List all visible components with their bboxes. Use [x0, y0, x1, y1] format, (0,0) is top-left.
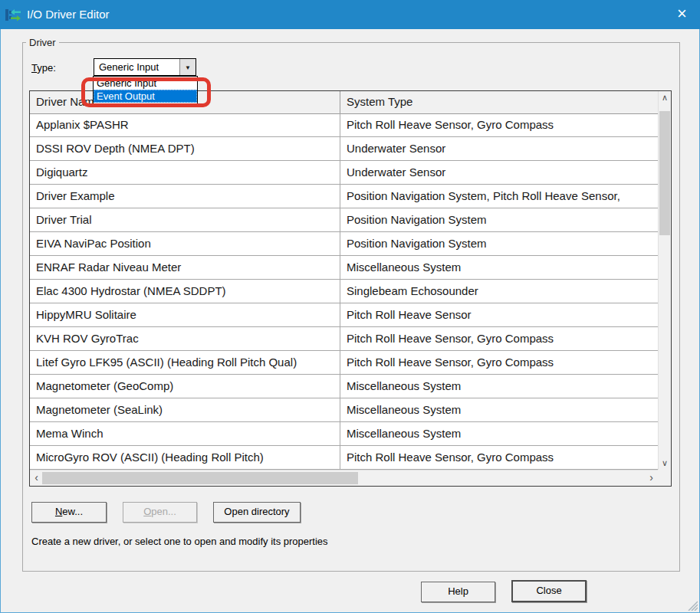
helper-text: Create a new driver, or select one to op…	[31, 536, 328, 547]
driver-name-cell[interactable]: Magnetometer (GeoComp)	[30, 375, 340, 398]
app-io-arrows-icon	[5, 7, 21, 23]
system-type-cell[interactable]: Underwater Sensor	[340, 137, 658, 160]
table-row[interactable]: KVH ROV GyroTrac Pitch Roll Heave Sensor…	[30, 327, 658, 351]
table-row[interactable]: Litef Gyro LFK95 (ASCII) (Heading Roll P…	[30, 351, 658, 375]
table-row[interactable]: Elac 4300 Hydrostar (NMEA SDDPT) Singleb…	[30, 280, 658, 303]
table-row[interactable]: Driver Trial Position Navigation System	[30, 208, 658, 232]
vertical-scrollbar-thumb[interactable]	[659, 111, 670, 235]
driver-table: Driver Name System Type Applanix $PASHR …	[29, 90, 672, 487]
open-button[interactable]: Open...	[123, 502, 197, 523]
system-type-cell[interactable]: Position Navigation System, Pitch Roll H…	[340, 185, 658, 208]
table-row[interactable]: Magnetometer (SeaLink) Miscellaneous Sys…	[30, 398, 658, 422]
column-header-system-type[interactable]: System Type	[340, 91, 658, 113]
driver-name-cell[interactable]: KVH ROV GyroTrac	[30, 327, 340, 350]
system-type-cell[interactable]: Pitch Roll Heave Sensor, Gyro Compass	[340, 446, 658, 469]
driver-name-cell[interactable]: Applanix $PASHR	[30, 113, 340, 136]
system-type-cell[interactable]: Miscellaneous System	[340, 398, 658, 421]
system-type-cell[interactable]: Miscellaneous System	[340, 422, 658, 445]
driver-name-cell[interactable]: Driver Trial	[30, 208, 340, 231]
system-type-cell[interactable]: Pitch Roll Heave Sensor, Gyro Compass	[340, 351, 658, 374]
system-type-cell[interactable]: Pitch Roll Heave Sensor, Gyro Compass	[340, 113, 658, 136]
system-type-cell[interactable]: Miscellaneous System	[340, 256, 658, 279]
driver-name-cell[interactable]: Driver Example	[30, 185, 340, 208]
driver-name-cell[interactable]: EIVA NaviPac Position	[30, 232, 340, 255]
title-bar: I/O Driver Editor ×	[0, 0, 700, 29]
scroll-down-icon[interactable]: ∨	[659, 457, 671, 470]
system-type-cell[interactable]: Miscellaneous System	[340, 375, 658, 398]
open-button-mnemonic: O	[143, 506, 151, 517]
driver-name-cell[interactable]: Magnetometer (SeaLink)	[30, 398, 340, 421]
scroll-right-icon[interactable]: ›	[645, 470, 658, 486]
type-label: Type:	[31, 62, 56, 74]
open-directory-button[interactable]: Open directory	[213, 502, 301, 523]
table-row[interactable]: MicroGyro ROV (ASCII) (Heading Roll Pitc…	[30, 446, 658, 470]
table-body: Applanix $PASHR Pitch Roll Heave Sensor,…	[30, 113, 658, 470]
chevron-down-icon: ▼	[185, 64, 191, 71]
table-row[interactable]: Digiquartz Underwater Sensor	[30, 161, 658, 185]
table-row[interactable]: Mema Winch Miscellaneous System	[30, 422, 658, 446]
window-title: I/O Driver Editor	[27, 0, 110, 29]
vertical-scrollbar[interactable]: ∧ ∨	[658, 91, 671, 470]
table-row[interactable]: Driver Example Position Navigation Syste…	[30, 185, 658, 208]
driver-name-cell[interactable]: MicroGyro ROV (ASCII) (Heading Roll Pitc…	[30, 446, 340, 469]
new-button[interactable]: New...	[31, 502, 107, 523]
table-row[interactable]: EIVA NaviPac Position Position Navigatio…	[30, 232, 658, 256]
new-button-mnemonic: N	[55, 506, 62, 517]
system-type-cell[interactable]: Position Navigation System	[340, 232, 658, 255]
driver-name-cell[interactable]: Litef Gyro LFK95 (ASCII) (Heading Roll P…	[30, 351, 340, 374]
driver-name-cell[interactable]: DSSI ROV Depth (NMEA DPT)	[30, 137, 340, 160]
system-type-cell[interactable]: Singlebeam Echosounder	[340, 280, 658, 303]
driver-name-cell[interactable]: Elac 4300 Hydrostar (NMEA SDDPT)	[30, 280, 340, 303]
system-type-cell[interactable]: Pitch Roll Heave Sensor, Gyro Compass	[340, 327, 658, 350]
table-row[interactable]: DSSI ROV Depth (NMEA DPT) Underwater Sen…	[30, 137, 658, 161]
scrollbar-corner	[658, 470, 671, 486]
driver-name-cell[interactable]: ENRAF Radar Niveau Meter	[30, 256, 340, 279]
io-driver-editor-dialog: I/O Driver Editor × Driver Type: Generic…	[0, 0, 700, 613]
close-icon[interactable]: ×	[664, 0, 700, 29]
help-button[interactable]: Help	[421, 582, 495, 602]
horizontal-scrollbar[interactable]: ‹ ›	[30, 470, 658, 486]
dropdown-option-generic-input[interactable]: Generic Input	[94, 77, 197, 90]
table-row[interactable]: Magnetometer (GeoComp) Miscellaneous Sys…	[30, 375, 658, 398]
combobox-dropdown-button[interactable]: ▼	[179, 59, 196, 75]
new-button-rest: ew...	[62, 506, 83, 517]
close-button[interactable]: Close	[511, 580, 587, 602]
type-combobox[interactable]: Generic Input ▼	[94, 58, 196, 76]
resize-grip-icon[interactable]	[687, 600, 698, 611]
scroll-up-icon[interactable]: ∧	[659, 91, 671, 104]
table-row[interactable]: HippyMRU Solitaire Pitch Roll Heave Sens…	[30, 303, 658, 327]
driver-name-cell[interactable]: Mema Winch	[30, 422, 340, 445]
table-row[interactable]: Applanix $PASHR Pitch Roll Heave Sensor,…	[30, 113, 658, 137]
driver-name-cell[interactable]: HippyMRU Solitaire	[30, 303, 340, 326]
driver-groupbox-label: Driver	[26, 37, 59, 48]
table-row[interactable]: ENRAF Radar Niveau Meter Miscellaneous S…	[30, 256, 658, 280]
horizontal-scrollbar-thumb[interactable]	[42, 472, 358, 484]
driver-name-cell[interactable]: Digiquartz	[30, 161, 340, 184]
type-combobox-value: Generic Input	[99, 59, 159, 75]
system-type-cell[interactable]: Underwater Sensor	[340, 161, 658, 184]
scroll-left-icon[interactable]: ‹	[30, 470, 43, 486]
dropdown-option-event-output[interactable]: Event Output	[94, 90, 197, 103]
type-dropdown-list: Generic Input Event Output	[93, 76, 198, 104]
system-type-cell[interactable]: Pitch Roll Heave Sensor	[340, 303, 658, 326]
open-button-rest: pen...	[151, 506, 176, 517]
system-type-cell[interactable]: Position Navigation System	[340, 208, 658, 231]
type-label-rest: ype:	[37, 62, 56, 74]
